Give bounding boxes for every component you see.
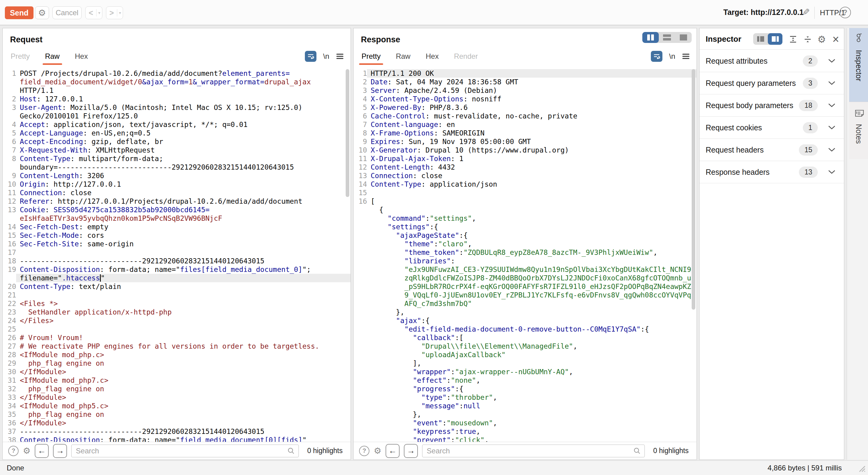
resize-grip[interactable]: [857, 463, 866, 472]
code-line[interactable]: 12Referer: http://127.0.0.1/Projects/dru…: [3, 197, 350, 205]
search-help-icon[interactable]: ?: [359, 446, 369, 456]
newline-toggle-button[interactable]: \n: [669, 52, 675, 61]
code-line[interactable]: 24</Files>: [3, 316, 350, 325]
code-line[interactable]: 17: [3, 248, 350, 257]
code-line[interactable]: 14Content-Type: application/json: [353, 180, 696, 188]
code-line[interactable]: 10Origin: http://127.0.0.1: [3, 180, 350, 188]
code-line[interactable]: "edit-field-media-document-0-remove-butt…: [353, 325, 696, 334]
code-line[interactable]: 8Content-Type: multipart/form-data;: [3, 154, 350, 163]
editor-menu-button[interactable]: [336, 53, 344, 60]
code-line[interactable]: 11Connection: close: [3, 188, 350, 197]
tab-raw[interactable]: Raw: [44, 51, 60, 65]
code-line[interactable]: HTTP/1.1: [3, 86, 350, 95]
code-line[interactable]: 3User-Agent: Mozilla/5.0 (Macintosh; Int…: [3, 103, 350, 112]
code-line[interactable]: },: [353, 308, 696, 316]
code-line[interactable]: 37-----------------------------292129206…: [3, 427, 350, 436]
code-line[interactable]: 9Expires: Sun, 19 Nov 1978 05:00:00 GMT: [353, 137, 696, 146]
code-line[interactable]: 22<Files *>: [3, 299, 350, 308]
code-line[interactable]: 10X-Generator: Drupal 10 (https://www.dr…: [353, 146, 696, 154]
tab-pretty[interactable]: Pretty: [10, 51, 30, 65]
code-line[interactable]: 4Accept: application/json, text/javascri…: [3, 120, 350, 129]
code-line[interactable]: eIsHfaaETVr3av95yvbqQhzn0kom1P5wPcNSqB2V…: [3, 214, 350, 223]
code-line[interactable]: 13Cookie: SESS05d4275ca1538832b5ab92000b…: [3, 205, 350, 214]
code-line[interactable]: 6Cache-Control: must-revalidate, no-cach…: [353, 112, 696, 120]
code-line[interactable]: 32 php_flag engine on: [3, 385, 350, 393]
dock-right-button[interactable]: [768, 33, 782, 45]
request-scrollbar[interactable]: [346, 69, 349, 197]
edit-target-icon[interactable]: ✎: [802, 7, 810, 18]
wrap-toggle-button[interactable]: [651, 51, 662, 62]
code-line[interactable]: 6Accept-Encoding: gzip, deflate, br: [3, 137, 350, 146]
code-line[interactable]: 1HTTP/1.1 200 OK: [353, 69, 696, 77]
code-line[interactable]: 2Date: Sat, 04 May 2024 18:36:58 GMT: [353, 77, 696, 86]
code-line[interactable]: 25: [3, 325, 350, 334]
request-editor[interactable]: 1POST /Projects/drupal-10.2.6/media/add/…: [3, 67, 350, 442]
code-line[interactable]: 36</IfModule>: [3, 419, 350, 427]
code-line[interactable]: 1POST /Projects/drupal-10.2.6/media/add/…: [3, 69, 350, 77]
code-line[interactable]: "ajax":{: [353, 316, 696, 325]
code-line[interactable]: "progress":{: [353, 385, 696, 393]
collapse-all-button[interactable]: [802, 33, 813, 45]
inspector-section-request-cookies[interactable]: Request cookies1: [700, 117, 844, 139]
code-line[interactable]: 34<IfModule mod_php5.c>: [3, 402, 350, 410]
code-line[interactable]: 5Accept-Language: en-US,en;q=0.5: [3, 129, 350, 137]
search-prev-button[interactable]: ←: [35, 444, 49, 458]
code-line[interactable]: 15Sec-Fetch-Mode: cors: [3, 231, 350, 240]
code-line[interactable]: 26# Vroum! Vroum!: [3, 334, 350, 342]
send-button[interactable]: Send: [5, 6, 33, 19]
tab-hex[interactable]: Hex: [74, 51, 89, 65]
code-line[interactable]: 9_VQqLf0-JjUEwn8U1ov0EY_rZPBLJ1Yc7KLFsfq…: [353, 291, 696, 299]
notes-side-tab[interactable]: Notes: [849, 102, 868, 159]
code-line[interactable]: 15: [353, 188, 696, 197]
code-line[interactable]: 30</IfModule>: [3, 368, 350, 376]
code-line[interactable]: {: [353, 205, 696, 214]
help-icon[interactable]: ?: [839, 7, 851, 18]
code-line[interactable]: 23 SetHandler application/x-httpd-php: [3, 308, 350, 316]
code-line[interactable]: 8X-Frame-Options: SAMEORIGIN: [353, 129, 696, 137]
code-line[interactable]: Gecko/20100101 Firefox/125.0: [3, 112, 350, 120]
code-line[interactable]: 11X-Drupal-Ajax-Token: 1: [353, 154, 696, 163]
wrap-toggle-button[interactable]: [305, 51, 316, 62]
code-line[interactable]: 13Connection: close: [353, 171, 696, 180]
inspector-settings-button[interactable]: ⚙: [816, 33, 828, 45]
code-line[interactable]: "command":"settings",: [353, 214, 696, 223]
code-line[interactable]: "settings":{: [353, 223, 696, 231]
code-line[interactable]: "ajaxPageState":{: [353, 231, 696, 240]
expand-all-button[interactable]: [787, 33, 799, 45]
search-settings-icon[interactable]: ⚙: [23, 446, 30, 456]
code-line[interactable]: 20Content-Type: text/plain: [3, 282, 350, 291]
inspector-side-tab[interactable]: Inspector: [849, 28, 868, 102]
code-line[interactable]: "keypress":true,: [353, 427, 696, 436]
search-settings-icon[interactable]: ⚙: [374, 446, 381, 456]
code-line[interactable]: 4X-Content-Type-Options: nosniff: [353, 95, 696, 103]
code-line[interactable]: 38Content-Disposition: form-data; name="…: [3, 436, 350, 442]
dock-left-button[interactable]: [753, 33, 768, 45]
code-line[interactable]: 9Content-Length: 3206: [3, 171, 350, 180]
inspector-section-request-body-parameters[interactable]: Request body parameters18: [700, 94, 844, 117]
code-line[interactable]: ],: [353, 359, 696, 368]
search-input[interactable]: [71, 445, 299, 457]
code-line[interactable]: "wrapper":"ajax-wrapper--nUGbUMnY-AQ",: [353, 368, 696, 376]
code-line[interactable]: "effect":"none",: [353, 376, 696, 385]
code-line[interactable]: "callback":[: [353, 334, 696, 342]
editor-menu-button[interactable]: [682, 53, 690, 60]
layout-single-button[interactable]: [675, 32, 692, 43]
code-line[interactable]: 5X-Powered-By: PHP/8.3.6: [353, 103, 696, 112]
code-line[interactable]: 16[: [353, 197, 696, 205]
code-line[interactable]: filename=".htaccess": [3, 274, 350, 282]
inspector-section-request-headers[interactable]: Request headers15: [700, 139, 844, 161]
search-next-button[interactable]: →: [404, 444, 418, 458]
code-line[interactable]: "theme_token":"ZQDBULqR8_eypZ8eA78_8azcT…: [353, 248, 696, 257]
code-line[interactable]: 33</IfModule>: [3, 393, 350, 402]
code-line[interactable]: "uploadAjaxCallback": [353, 350, 696, 359]
tab-pretty[interactable]: Pretty: [361, 51, 381, 65]
code-line[interactable]: 31<IfModule mod_php7.c>: [3, 376, 350, 385]
prev-request-button[interactable]: < ▾: [85, 6, 102, 19]
dropdown-icon[interactable]: ▾: [117, 10, 123, 15]
search-help-icon[interactable]: ?: [8, 446, 19, 456]
newline-toggle-button[interactable]: \n: [323, 52, 329, 61]
code-line[interactable]: 16Sec-Fetch-Site: same-origin: [3, 240, 350, 248]
code-line[interactable]: 7Content-language: en: [353, 120, 696, 129]
layout-rows-button[interactable]: [659, 32, 675, 43]
response-scrollbar[interactable]: [692, 69, 695, 310]
